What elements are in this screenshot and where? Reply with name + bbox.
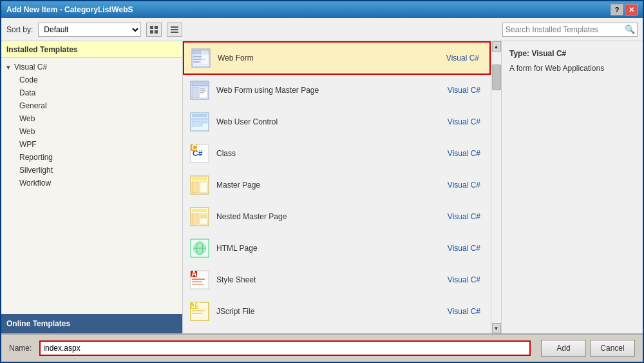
svg-rect-23 (192, 118, 207, 120)
description-text: A form for Web Applications (509, 63, 635, 74)
svg-rect-0 (150, 26, 153, 29)
item-tag: Visual C# (434, 212, 486, 221)
svg-rect-32 (192, 182, 198, 193)
item-tag: Visual C# (434, 117, 486, 126)
svg-rect-22 (192, 114, 207, 117)
html-page-icon (188, 237, 211, 260)
list-item-jscript-file[interactable]: JS JScript File Visual C# (183, 296, 491, 328)
sidebar-item-general[interactable]: General (1, 99, 182, 112)
search-input[interactable] (502, 23, 638, 37)
sidebar-item-workflow[interactable]: Workflow (1, 177, 182, 190)
help-button[interactable]: ? (611, 4, 623, 15)
svg-rect-48 (192, 284, 204, 285)
type-label: Type: Visual C# (509, 49, 635, 58)
svg-rect-38 (201, 215, 206, 218)
online-templates-header[interactable]: Online Templates (1, 314, 182, 333)
svg-rect-53 (192, 313, 202, 314)
svg-rect-3 (155, 30, 158, 34)
name-input[interactable] (39, 340, 531, 356)
item-name: Master Page (216, 181, 434, 190)
description-panel: Type: Visual C# A form for Web Applicati… (501, 41, 643, 333)
svg-rect-33 (200, 182, 207, 193)
list-item-style-sheet[interactable]: A Style Sheet Visual C# (183, 264, 491, 296)
item-name: Class (216, 149, 434, 158)
sidebar: Installed Templates ▼ Visual C# Code Dat… (1, 41, 183, 333)
sidebar-item-reporting[interactable]: Reporting (1, 151, 182, 164)
action-buttons: Add Cancel (541, 340, 635, 357)
main-content: Installed Templates ▼ Visual C# Code Dat… (1, 41, 643, 333)
item-name: JScript File (216, 307, 434, 316)
sidebar-tree: ▼ Visual C# Code Data General Web Web (1, 58, 182, 314)
svg-rect-15 (192, 83, 207, 86)
item-name: Web Form using Master Page (216, 86, 434, 95)
item-tag: Visual C# (433, 54, 484, 63)
title-bar: Add New Item - CategoryListWebS ? ✕ (1, 1, 643, 18)
sidebar-item-data[interactable]: Data (1, 86, 182, 99)
sidebar-item-web[interactable]: Web (1, 112, 182, 125)
name-label: Name: (9, 344, 32, 353)
sidebar-item-wpf[interactable]: WPF (1, 138, 182, 151)
add-button[interactable]: Add (541, 340, 586, 357)
svg-rect-13 (201, 50, 209, 64)
item-name: Nested Master Page (216, 212, 434, 221)
svg-text:JS: JS (191, 301, 201, 310)
view-large-icon-btn[interactable] (146, 23, 162, 37)
expand-icon: ▼ (5, 64, 12, 71)
sidebar-item-windows-forms[interactable]: Web (1, 125, 182, 138)
item-tag: Visual C# (434, 244, 486, 253)
scroll-down-arrow[interactable]: ▼ (492, 323, 501, 333)
sidebar-header: Installed Templates (1, 41, 182, 58)
svg-rect-20 (200, 92, 204, 93)
scroll-up-arrow[interactable]: ▲ (492, 41, 501, 52)
jscript-file-icon: JS (188, 300, 211, 323)
svg-rect-6 (171, 32, 178, 33)
cancel-button[interactable]: Cancel (590, 340, 635, 357)
svg-rect-25 (192, 124, 202, 126)
list-item-class[interactable]: C# C Class Visual C# (183, 138, 491, 170)
view-list-btn[interactable] (167, 23, 182, 37)
sidebar-item-label: WPF (19, 140, 37, 149)
web-form-master-icon (188, 79, 211, 102)
svg-rect-4 (171, 26, 178, 28)
close-button[interactable]: ✕ (625, 4, 638, 15)
scrollbar[interactable]: ▲ ▼ (491, 41, 501, 333)
list-item-web-form[interactable]: Web Form Visual C# (183, 41, 491, 75)
dialog-window: Add New Item - CategoryListWebS ? ✕ Sort… (0, 0, 644, 363)
svg-rect-24 (192, 121, 207, 123)
sidebar-item-label: Silverlight (19, 166, 53, 175)
item-name: Web User Control (216, 117, 434, 126)
sidebar-item-label: Code (19, 75, 38, 84)
item-tag: Visual C# (434, 181, 486, 190)
list-item-nested-master-page[interactable]: Nested Master Page Visual C# (183, 201, 491, 233)
sidebar-item-label: Data (19, 88, 35, 97)
list-item-html-page[interactable]: HTML Page Visual C# (183, 233, 491, 264)
sidebar-item-label: Visual C# (14, 63, 47, 72)
svg-rect-1 (155, 26, 158, 29)
scroll-thumb[interactable] (492, 64, 501, 90)
svg-rect-2 (150, 30, 153, 34)
sidebar-item-code[interactable]: Code (1, 74, 182, 86)
sidebar-item-label: Workflow (19, 179, 51, 188)
sidebar-item-label: Web (19, 127, 35, 136)
search-box: 🔍 (502, 23, 638, 37)
sidebar-item-visual-csharp[interactable]: ▼ Visual C# (1, 61, 182, 74)
item-tag: Visual C# (434, 149, 486, 158)
sidebar-item-silverlight[interactable]: Silverlight (1, 164, 182, 177)
items-list: Web Form Visual C# (183, 41, 491, 333)
item-tag: Visual C# (434, 307, 486, 316)
sort-select[interactable]: Default (38, 23, 141, 37)
svg-rect-52 (192, 310, 205, 311)
svg-text:A: A (191, 270, 197, 279)
list-item-web-user-control[interactable]: Web User Control Visual C# (183, 106, 491, 138)
item-tag: Visual C# (434, 86, 486, 95)
svg-rect-31 (192, 177, 207, 181)
svg-rect-12 (193, 61, 200, 63)
item-name: HTML Page (216, 244, 434, 253)
item-name: Web Form (218, 54, 433, 63)
list-item-web-form-master[interactable]: Web Form using Master Page Visual C# (183, 75, 491, 106)
sort-label: Sort by: (6, 25, 33, 34)
list-item-master-page[interactable]: Master Page Visual C# (183, 170, 491, 201)
svg-rect-19 (200, 90, 206, 92)
nested-master-page-icon (188, 205, 211, 228)
web-user-control-icon (188, 110, 211, 133)
